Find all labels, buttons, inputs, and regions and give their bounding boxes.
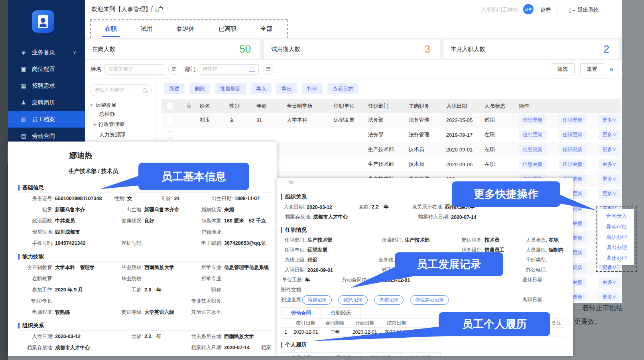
callout-basic-info: 员工基本信息: [138, 163, 249, 190]
row-checkbox[interactable]: [167, 132, 173, 138]
dept-select[interactable]: 请选择: [199, 64, 259, 75]
sidebar-item-应聘简历[interactable]: ♟应聘简历: [8, 94, 85, 111]
field-label: 所学专业:: [190, 264, 223, 271]
sidebar-item-岗位配置[interactable]: ▣岗位配置: [8, 61, 85, 77]
field-label: 参加工作:: [18, 287, 53, 293]
avatar[interactable]: 赵桦: [523, 4, 534, 14]
name-clear-button[interactable]: 空: [168, 64, 179, 75]
tab-临退休[interactable]: 临退休: [165, 20, 207, 38]
action-任职更新[interactable]: 任职更新: [559, 145, 587, 155]
action-任职更新[interactable]: 任职更新: [559, 115, 587, 125]
field: 人员属性:编制内: [522, 247, 570, 254]
action-信息更新[interactable]: 信息更新: [519, 145, 547, 155]
tree-node-行政管理部[interactable]: ▶行政管理部: [90, 119, 152, 130]
sidebar-item-招聘需求[interactable]: ▦招聘需求: [8, 77, 85, 94]
tab-试用[interactable]: 试用: [129, 20, 165, 38]
cell: 2022-05-05: [446, 117, 484, 123]
tab-家庭成员[interactable]: 家庭成员: [281, 352, 321, 356]
action-任职更新[interactable]: 任职更新: [559, 130, 587, 140]
header-姓名: 姓名: [200, 102, 229, 110]
pill-button-岗位异动记录[interactable]: 岗位异动记录: [410, 295, 449, 305]
logout-button[interactable]: [→退出系统: [569, 6, 599, 14]
tab-教育经历[interactable]: 教育经历: [321, 352, 361, 356]
tab-在职[interactable]: 在职: [93, 20, 129, 38]
expand-filters-icon[interactable]: »: [610, 65, 613, 73]
dropdown-item-离职办理[interactable]: 离职办理: [598, 232, 634, 242]
reset-button[interactable]: 重置: [580, 63, 604, 75]
field-row: 在职教育:毕业院校:所学专业:: [18, 273, 277, 284]
action-更多∨[interactable]: 更多∨: [599, 130, 620, 140]
row-actions: 信息更新任职更新更多∨: [519, 145, 620, 155]
pill-button-考核记录[interactable]: 考核记录: [374, 295, 404, 305]
table-row[interactable]: 祁玉女31大学本科远望发展法务部法务管理2022-05-05试用信息更新任职更新…: [161, 113, 620, 128]
field: 任职部门:生产技术部: [281, 237, 378, 244]
pill-button-奖惩记录[interactable]: 奖惩记录: [338, 295, 368, 305]
action-更多∨[interactable]: 更多∨: [599, 159, 620, 169]
app-logo-icon: [32, 10, 54, 33]
cell: 法务部: [368, 131, 409, 138]
toolbar-button-导入[interactable]: 导入: [251, 83, 272, 94]
callout-personal-resume: 员工个人履历: [439, 312, 550, 336]
tree-search-input[interactable]: 请输入关键字: [90, 84, 152, 96]
action-更多∨[interactable]: 更多∨: [599, 174, 620, 184]
dropdown-item-退休办理[interactable]: 退休办理: [598, 253, 634, 264]
stat-value: 50: [239, 43, 251, 55]
tab-培训经历[interactable]: 培训经历: [401, 352, 441, 356]
tab-已离职[interactable]: 已离职: [207, 20, 248, 38]
table-row[interactable]: 法务部法务管理2019-09-17在职信息更新任职更新更多∨: [161, 128, 620, 142]
pill-button-培训记录[interactable]: 培训记录: [302, 295, 332, 305]
tab-任职经历[interactable]: 任职经历: [321, 307, 361, 318]
row-checkbox[interactable]: [167, 117, 173, 123]
field-value: 成都市人才中心: [55, 344, 90, 351]
field-label: 党关系所在地:: [411, 204, 443, 210]
toolbar-button-查看日志[interactable]: 查看日志: [327, 83, 358, 94]
field-value: 新疆乌鲁木齐市: [144, 207, 179, 213]
dept-filter-label: 部门: [185, 66, 196, 73]
tab-劳动合同[interactable]: 劳动合同: [281, 307, 321, 318]
sidebar-item-业务首页[interactable]: ◈业务首页∨: [8, 44, 85, 61]
dropdown-item-异动审批[interactable]: 异动审批: [598, 222, 634, 232]
toolbar-button-导出[interactable]: 导出: [276, 83, 297, 94]
action-更多∨[interactable]: 更多∨: [599, 115, 620, 125]
toolbar-button-批量刷新[interactable]: 批量刷新: [215, 83, 246, 94]
field: 所学专业:: [190, 275, 277, 282]
action-信息更新[interactable]: 信息更新: [519, 159, 547, 169]
filter-button[interactable]: 筛选: [551, 63, 575, 75]
toolbar-button-删除[interactable]: 删除: [189, 83, 210, 94]
action-更多∨[interactable]: 更多∨: [599, 277, 620, 287]
select-all-checkbox[interactable]: [167, 103, 173, 109]
action-更多∨[interactable]: 更多∨: [599, 189, 620, 199]
user-name[interactable]: 赵桦: [540, 6, 551, 14]
field-value: 2020 年 9 月: [55, 287, 83, 293]
toolbar-button-新建[interactable]: 新建: [164, 83, 185, 94]
sidebar-item-label: 招聘需求: [32, 82, 55, 90]
name-search-input[interactable]: 搜索关键字: [104, 64, 164, 75]
field: 所学专业:信息管理宇信息系统: [190, 264, 277, 271]
table-toolbar: 新建删除批量刷新导入导出打印查看日志: [164, 83, 358, 94]
dept-clear-button[interactable]: 空: [263, 64, 274, 75]
tab-工作经历[interactable]: 工作经历: [361, 352, 401, 356]
dropdown-item-调出办理[interactable]: 调出办理: [598, 242, 634, 253]
tree-node-人力资源部[interactable]: 人力资源部: [90, 130, 152, 140]
action-任职更新[interactable]: 任职更新: [559, 159, 587, 169]
tab-全部[interactable]: 全部: [248, 20, 284, 38]
dropdown-item-合同录入[interactable]: 合同录入: [598, 211, 634, 221]
action-更多∨[interactable]: 更多∨: [599, 145, 620, 155]
field: 英语等级:大学英语六级: [114, 309, 190, 316]
resume-icon: ♟: [20, 99, 27, 106]
workspace-label: 人事部门工作台: [481, 6, 519, 14]
toolbar-button-打印[interactable]: 打印: [302, 83, 323, 94]
sidebar-item-员工档案[interactable]: ▥员工档案: [8, 111, 85, 128]
field: 专业技术职务:: [190, 298, 277, 305]
tree-node-总经办[interactable]: 总经办: [90, 109, 152, 119]
field-value: 2.0 年: [144, 287, 161, 293]
action-信息更新[interactable]: 信息更新: [519, 130, 547, 140]
row-actions: 信息更新任职更新更多∨: [519, 130, 620, 140]
status-tabs-dashed-box: 在职试用临退休已离职全部: [90, 20, 288, 39]
action-更多∨[interactable]: 更多∨: [599, 292, 620, 302]
field-label: 办公电话:: [522, 267, 547, 273]
field-label: 职业发展:: [281, 297, 302, 303]
action-信息更新[interactable]: 信息更新: [519, 115, 547, 125]
tree-root-node[interactable]: ▼远望发展: [90, 102, 152, 109]
field-label: 专业技术职务:: [190, 298, 223, 305]
